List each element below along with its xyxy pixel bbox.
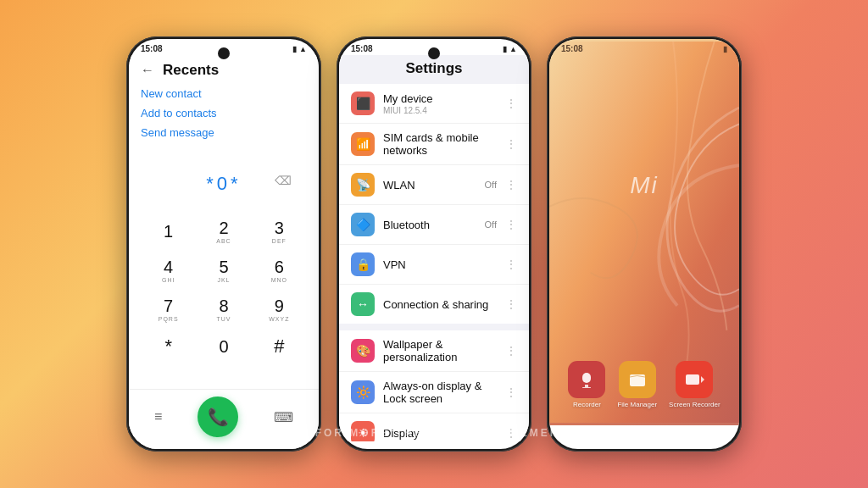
bluetooth-icon: 🔷 — [351, 213, 375, 236]
dial-key-5[interactable]: 5JKL — [196, 251, 251, 290]
my-device-icon: ⬛ — [351, 92, 375, 115]
connection-text: Connection & sharing — [383, 298, 497, 311]
dial-key-3[interactable]: 3DEF — [252, 212, 307, 251]
settings-item-connection[interactable]: ↔ Connection & sharing ⋮ — [339, 285, 529, 324]
back-button[interactable]: ← — [141, 63, 154, 78]
home-status-bar: 15:08 ▮ — [549, 39, 739, 55]
vpn-icon: 🔒 — [351, 252, 375, 276]
files-label: File Manager — [617, 401, 657, 408]
settings-section-1: ⬛ My device MIUI 12.5.4 ⋮ 📶 SIM cards & … — [339, 84, 529, 324]
aod-text: Always-on display & Lock screen — [383, 380, 497, 405]
time-2: 15:08 — [351, 44, 373, 53]
phone-home: 15:08 ▮ Mi Recorder — [547, 36, 742, 452]
phone-settings: 15:08 ▮ ▲ Settings ⬛ My device MIUI 12.5… — [337, 36, 531, 452]
status-icons-1: ▮ ▲ — [292, 45, 307, 53]
settings-item-wlan[interactable]: 📡 WLAN Off ⋮ — [339, 165, 529, 205]
my-device-text: My device MIUI 12.5.4 — [383, 92, 497, 115]
home-time: 15:08 — [561, 44, 583, 53]
svg-rect-5 — [686, 374, 699, 385]
signal-icon-2: ▲ — [509, 45, 517, 53]
phone-recents: 15:08 ▮ ▲ ← Recents New contact Add to c… — [126, 36, 321, 452]
punch-hole-2 — [428, 47, 440, 59]
new-contact-link[interactable]: New contact — [141, 87, 307, 100]
settings-item-wallpaper[interactable]: 🎨 Wallpaper & personalization ⋮ — [339, 330, 529, 372]
dock-app-files[interactable]: File Manager — [617, 361, 657, 408]
recents-title: Recents — [163, 62, 219, 79]
keypad-icon[interactable]: ⌨ — [274, 409, 293, 425]
call-button[interactable]: 📞 — [198, 396, 238, 437]
dial-key-8[interactable]: 8TUV — [196, 290, 251, 329]
my-device-name: My device — [383, 92, 497, 105]
sim-name: SIM cards & mobile networks — [383, 131, 497, 157]
dial-key-4[interactable]: 4GHI — [141, 251, 196, 290]
recorder-label: Recorder — [573, 401, 601, 408]
connection-dots[interactable]: ⋮ — [505, 297, 517, 311]
settings-title: Settings — [339, 55, 529, 84]
wallpaper-name: Wallpaper & personalization — [383, 338, 497, 363]
dial-key-hash[interactable]: # — [252, 329, 307, 364]
bluetooth-dots[interactable]: ⋮ — [505, 218, 517, 231]
sim-icon: 📶 — [351, 132, 375, 156]
wlan-name: WLAN — [383, 179, 476, 191]
connection-icon: ↔ — [351, 292, 375, 316]
sim-dots[interactable]: ⋮ — [505, 137, 517, 151]
dial-key-7[interactable]: 7PQRS — [141, 290, 196, 329]
settings-section-2: 🎨 Wallpaper & personalization ⋮ 🔆 Always… — [339, 330, 529, 441]
wallpaper-icon: 🎨 — [351, 339, 375, 363]
dial-display: *0* — [206, 156, 241, 205]
settings-item-my-device[interactable]: ⬛ My device MIUI 12.5.4 ⋮ — [339, 84, 529, 124]
settings-item-aod[interactable]: 🔆 Always-on display & Lock screen ⋮ — [339, 372, 529, 413]
wlan-text: WLAN — [383, 179, 476, 191]
vpn-dots[interactable]: ⋮ — [505, 258, 517, 271]
dock-app-screen-recorder[interactable]: Screen Recorder — [669, 361, 720, 408]
mi-logo: Mi — [630, 172, 659, 199]
add-to-contacts-link[interactable]: Add to contacts — [141, 107, 307, 119]
dock-apps: Recorder File Manager Screen Recorder — [549, 361, 739, 408]
bluetooth-name: Bluetooth — [383, 219, 476, 231]
my-device-dots[interactable]: ⋮ — [505, 97, 517, 110]
home-screen: 15:08 ▮ Mi Recorder — [549, 39, 739, 425]
svg-rect-3 — [582, 387, 591, 388]
watermark: VISIT FOR MORE THEMES - MIUITHEMER.COM — [271, 427, 596, 439]
wallpaper-text: Wallpaper & personalization — [383, 338, 497, 363]
svg-rect-2 — [585, 385, 588, 387]
dial-key-6[interactable]: 6MNO — [252, 251, 307, 290]
svg-rect-1 — [582, 373, 591, 383]
dial-key-star[interactable]: * — [141, 329, 196, 364]
files-app-icon — [619, 361, 656, 398]
dock-app-recorder[interactable]: Recorder — [568, 361, 605, 408]
vpn-text: VPN — [383, 258, 497, 271]
wallpaper-dots[interactable]: ⋮ — [505, 344, 517, 358]
battery-icon: ▮ — [292, 45, 297, 53]
screen-recorder-label: Screen Recorder — [669, 401, 720, 408]
time-1: 15:08 — [141, 44, 163, 53]
my-device-badge: MIUI 12.5.4 — [383, 106, 497, 115]
recents-actions: New contact Add to contacts Send message — [129, 84, 319, 142]
menu-icon[interactable]: ≡ — [154, 409, 162, 424]
bluetooth-text: Bluetooth — [383, 219, 476, 231]
screen-recorder-app-icon — [676, 361, 713, 398]
wlan-badge: Off — [485, 180, 497, 190]
vpn-name: VPN — [383, 258, 497, 271]
wlan-dots[interactable]: ⋮ — [505, 178, 517, 191]
backspace-icon[interactable]: ⌫ — [275, 174, 292, 187]
home-battery: ▮ — [723, 45, 727, 53]
settings-item-vpn[interactable]: 🔒 VPN ⋮ — [339, 245, 529, 285]
dial-key-9[interactable]: 9WXYZ — [252, 290, 307, 329]
dialpad: 1 2ABC 3DEF 4GHI 5JKL 6MNO 7PQRS 8TUV 9W… — [129, 212, 319, 364]
dial-key-2[interactable]: 2ABC — [196, 212, 251, 251]
settings-item-sim[interactable]: 📶 SIM cards & mobile networks ⋮ — [339, 124, 529, 165]
recorder-app-icon — [568, 361, 605, 398]
recents-header: ← Recents — [129, 55, 319, 84]
aod-dots[interactable]: ⋮ — [505, 385, 517, 399]
bluetooth-badge: Off — [485, 219, 497, 230]
send-message-link[interactable]: Send message — [141, 126, 307, 139]
settings-item-bluetooth[interactable]: 🔷 Bluetooth Off ⋮ — [339, 205, 529, 245]
punch-hole — [218, 47, 230, 59]
svg-marker-6 — [701, 376, 704, 383]
connection-name: Connection & sharing — [383, 298, 497, 311]
dial-key-1[interactable]: 1 — [141, 212, 196, 251]
aod-icon: 🔆 — [351, 380, 375, 404]
dial-key-0[interactable]: 0 — [196, 329, 251, 364]
wlan-icon: 📡 — [351, 173, 375, 197]
